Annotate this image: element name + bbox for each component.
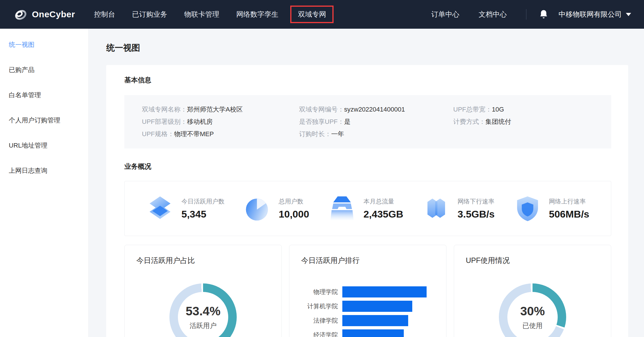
- sidebar-item-personal-user-subscription[interactable]: 个人用户订购管理: [0, 108, 88, 133]
- page-title: 统一视图: [106, 42, 628, 54]
- sidebar: 统一视图 已购产品 白名单管理 个人用户订购管理 URL地址管理 上网日志查询: [0, 29, 89, 337]
- notification-bell-icon[interactable]: [539, 9, 548, 19]
- basic-info-panel: 双域专网名称：郑州师范大学A校区 UPF部署级别：移动机房 UPF规格：物理不带…: [124, 95, 611, 148]
- field-network-id: 双域专网编号：syzw2022041400001: [299, 105, 453, 114]
- stats-panel: 今日活跃用户数 5,345: [124, 181, 611, 236]
- bar-row: 物理学院: [301, 286, 435, 297]
- sidebar-item-purchased-products[interactable]: 已购产品: [0, 57, 88, 83]
- business-overview-title: 业务概况: [124, 162, 611, 171]
- nav-item-network-digital-twin[interactable]: 网络数字孪生: [236, 6, 278, 23]
- active-users-ratio-card: 今日活跃用户占比 53.4% 活跃用户: [124, 245, 282, 337]
- field-subscription-duration: 订购时长：一年: [299, 130, 453, 138]
- stat-downlink-rate: 网络下行速率 3.5GB/s: [423, 195, 495, 222]
- pie-icon: [244, 195, 271, 222]
- traffic-arrows-icon: [328, 195, 356, 222]
- chevron-down-icon: [626, 13, 631, 16]
- bar-row: 经济学院: [301, 329, 435, 337]
- doc-center-link[interactable]: 文档中心: [479, 10, 507, 19]
- active-users-bar-chart: 物理学院 计算机学院 法律学院 经济学院: [301, 286, 435, 337]
- chart-cards-row: 今日活跃用户占比 53.4% 活跃用户 今日活跃用户排行: [124, 245, 611, 337]
- nav-item-subscribed-services[interactable]: 已订购业务: [132, 6, 167, 23]
- main-content: 统一视图 基本信息 双域专网名称：郑州师范大学A校区 UPF部署级别：移动机房 …: [89, 29, 644, 337]
- stat-total-users: 总用户数 10,000: [244, 195, 309, 222]
- bar-row: 法律学院: [301, 315, 435, 326]
- sidebar-item-internet-log-query[interactable]: 上网日志查询: [0, 158, 88, 183]
- nav-item-iot-card-mgmt[interactable]: 物联卡管理: [184, 6, 219, 23]
- field-network-name: 双域专网名称：郑州师范大学A校区: [142, 105, 299, 114]
- nav-item-dual-domain-network[interactable]: 双域专网: [298, 10, 326, 18]
- bar-economics: [342, 329, 404, 337]
- donut-center-label: 活跃用户: [190, 321, 217, 330]
- bar-computer-science: [342, 301, 412, 312]
- card-title: 今日活跃用户排行: [301, 256, 435, 265]
- stat-value: 506MB/s: [549, 208, 589, 220]
- stat-monthly-traffic: 本月总流量 2,435GB: [328, 195, 403, 222]
- bar-row: 计算机学院: [301, 301, 435, 312]
- bar-law: [342, 315, 408, 326]
- layers-icon: [146, 195, 174, 222]
- field-upf-total-bandwidth: UPF总带宽：10G: [453, 105, 594, 114]
- stat-value: 10,000: [279, 208, 309, 220]
- stat-label: 网络下行速率: [458, 197, 495, 206]
- overview-card: 基本信息 双域专网名称：郑州师范大学A校区 UPF部署级别：移动机房 UPF规格…: [106, 65, 628, 337]
- logo-text: OneCyber: [32, 9, 75, 19]
- red-highlight-annotation: 双域专网: [290, 6, 334, 23]
- stat-active-users-today: 今日活跃用户数 5,345: [146, 195, 224, 222]
- upf-usage-card: UPF使用情况 30% 已使用: [454, 245, 611, 337]
- field-upf-deploy-level: UPF部署级别：移动机房: [142, 117, 299, 126]
- donut-center-value: 30%: [520, 304, 545, 318]
- upf-usage-donut-chart: 30% 已使用: [499, 283, 566, 337]
- field-exclusive-upf: 是否独享UPF：是: [299, 117, 453, 126]
- basic-info-col-2: 双域专网编号：syzw2022041400001 是否独享UPF：是 订购时长：…: [299, 105, 453, 138]
- basic-info-col-1: 双域专网名称：郑州师范大学A校区 UPF部署级别：移动机房 UPF规格：物理不带…: [142, 105, 299, 138]
- stat-uplink-rate: 网络上行速率 506MB/s: [514, 195, 589, 222]
- order-center-link[interactable]: 订单中心: [431, 10, 459, 19]
- donut-center-value: 53.4%: [186, 304, 220, 318]
- sidebar-item-whitelist-mgmt[interactable]: 白名单管理: [0, 83, 88, 108]
- nav-divider: [526, 9, 526, 20]
- stat-label: 网络上行速率: [549, 197, 589, 206]
- onecyber-logo-icon: [13, 7, 28, 22]
- company-name: 中移物联网有限公司: [559, 10, 622, 19]
- active-users-donut-chart: 53.4% 活跃用户: [169, 283, 237, 337]
- field-upf-spec: UPF规格：物理不带MEP: [142, 130, 299, 138]
- primary-nav: 控制台 已订购业务 物联卡管理 网络数字孪生 双域专网: [85, 6, 337, 23]
- stat-label: 本月总流量: [363, 197, 403, 206]
- card-title: 今日活跃用户占比: [136, 256, 270, 265]
- stat-value: 5,345: [181, 208, 224, 220]
- hexagons-icon: [423, 195, 450, 222]
- basic-info-col-3: UPF总带宽：10G 计费方式：集团统付: [453, 105, 594, 138]
- top-navbar: OneCyber 控制台 已订购业务 物联卡管理 网络数字孪生 双域专网 订单中…: [0, 0, 644, 29]
- basic-info-title: 基本信息: [124, 76, 611, 85]
- donut-center-label: 已使用: [523, 321, 543, 330]
- card-title: UPF使用情况: [466, 256, 599, 265]
- field-billing-method: 计费方式：集团统付: [453, 117, 594, 126]
- bar-physics: [342, 286, 427, 297]
- navbar-right: 订单中心 文档中心 中移物联网有限公司: [431, 9, 631, 20]
- stat-label: 总用户数: [279, 197, 309, 206]
- stat-value: 2,435GB: [363, 208, 403, 220]
- shield-icon: [514, 195, 541, 222]
- stat-value: 3.5GB/s: [458, 208, 495, 220]
- account-menu[interactable]: 中移物联网有限公司: [559, 10, 631, 19]
- onecyber-logo[interactable]: OneCyber: [13, 7, 75, 22]
- sidebar-item-unified-view[interactable]: 统一视图: [0, 32, 88, 57]
- stat-label: 今日活跃用户数: [181, 197, 224, 206]
- sidebar-item-url-mgmt[interactable]: URL地址管理: [0, 133, 88, 158]
- active-users-ranking-card: 今日活跃用户排行 物理学院 计算机学院 法律学院: [289, 245, 446, 337]
- nav-item-console[interactable]: 控制台: [94, 6, 115, 23]
